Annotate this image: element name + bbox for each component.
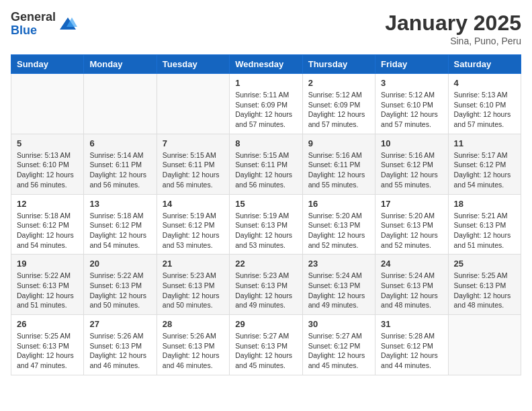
day-info: Sunrise: 5:16 AMSunset: 6:12 PMDaylight:… [381, 150, 442, 190]
day-cell-9: 9Sunrise: 5:16 AMSunset: 6:11 PMDaylight… [302, 134, 375, 194]
day-info: Sunrise: 5:19 AMSunset: 6:13 PMDaylight:… [235, 211, 296, 250]
day-number: 8 [235, 138, 296, 148]
day-number: 18 [454, 199, 515, 209]
day-cell-11: 11Sunrise: 5:17 AMSunset: 6:12 PMDayligh… [448, 134, 521, 194]
day-cell-19: 19Sunrise: 5:22 AMSunset: 6:13 PMDayligh… [11, 255, 84, 315]
day-info: Sunrise: 5:27 AMSunset: 6:13 PMDaylight:… [235, 331, 296, 371]
day-cell-17: 17Sunrise: 5:20 AMSunset: 6:13 PMDayligh… [375, 194, 448, 255]
day-info: Sunrise: 5:15 AMSunset: 6:11 PMDaylight:… [235, 150, 296, 190]
day-number: 30 [308, 319, 369, 329]
week-row-2: 12Sunrise: 5:18 AMSunset: 6:12 PMDayligh… [11, 194, 521, 255]
day-number: 29 [235, 319, 296, 329]
header-monday: Monday [84, 55, 157, 74]
logo-blue-text: Blue [11, 24, 56, 38]
day-number: 3 [381, 78, 442, 88]
week-row-1: 5Sunrise: 5:13 AMSunset: 6:10 PMDaylight… [11, 134, 521, 194]
day-number: 4 [454, 78, 515, 88]
location-subtitle: Sina, Puno, Peru [385, 36, 521, 46]
day-cell-20: 20Sunrise: 5:22 AMSunset: 6:13 PMDayligh… [84, 255, 157, 315]
day-info: Sunrise: 5:20 AMSunset: 6:13 PMDaylight:… [308, 211, 369, 250]
empty-cell [11, 74, 84, 134]
empty-cell [157, 74, 229, 134]
calendar-table: SundayMondayTuesdayWednesdayThursdayFrid… [11, 54, 521, 375]
day-number: 27 [89, 319, 150, 329]
day-info: Sunrise: 5:24 AMSunset: 6:13 PMDaylight:… [308, 271, 369, 310]
day-info: Sunrise: 5:18 AMSunset: 6:12 PMDaylight:… [17, 211, 78, 250]
day-number: 19 [17, 259, 78, 269]
day-cell-22: 22Sunrise: 5:23 AMSunset: 6:13 PMDayligh… [230, 255, 302, 315]
day-number: 31 [381, 319, 442, 329]
day-number: 6 [89, 138, 150, 148]
empty-cell [84, 74, 157, 134]
page-header: General Blue January 2025 Sina, Puno, Pe… [11, 11, 521, 46]
day-cell-1: 1Sunrise: 5:11 AMSunset: 6:09 PMDaylight… [230, 74, 302, 134]
day-number: 9 [308, 138, 369, 148]
day-info: Sunrise: 5:26 AMSunset: 6:13 PMDaylight:… [163, 331, 224, 371]
day-number: 10 [381, 138, 442, 148]
day-cell-14: 14Sunrise: 5:19 AMSunset: 6:12 PMDayligh… [157, 194, 229, 255]
day-info: Sunrise: 5:12 AMSunset: 6:10 PMDaylight:… [381, 90, 442, 130]
day-info: Sunrise: 5:24 AMSunset: 6:13 PMDaylight:… [381, 271, 442, 310]
day-number: 2 [308, 78, 369, 88]
day-number: 12 [17, 199, 78, 209]
day-number: 5 [17, 138, 78, 148]
day-info: Sunrise: 5:22 AMSunset: 6:13 PMDaylight:… [17, 271, 78, 310]
day-cell-27: 27Sunrise: 5:26 AMSunset: 6:13 PMDayligh… [84, 315, 157, 375]
day-info: Sunrise: 5:14 AMSunset: 6:11 PMDaylight:… [89, 150, 150, 190]
logo: General Blue [11, 11, 77, 38]
day-number: 16 [308, 199, 369, 209]
day-cell-30: 30Sunrise: 5:27 AMSunset: 6:12 PMDayligh… [302, 315, 375, 375]
day-number: 13 [89, 199, 150, 209]
day-cell-4: 4Sunrise: 5:13 AMSunset: 6:10 PMDaylight… [448, 74, 521, 134]
header-wednesday: Wednesday [230, 55, 302, 74]
header-sunday: Sunday [11, 55, 84, 74]
day-cell-24: 24Sunrise: 5:24 AMSunset: 6:13 PMDayligh… [375, 255, 448, 315]
day-cell-25: 25Sunrise: 5:25 AMSunset: 6:13 PMDayligh… [448, 255, 521, 315]
day-cell-29: 29Sunrise: 5:27 AMSunset: 6:13 PMDayligh… [230, 315, 302, 375]
header-tuesday: Tuesday [157, 55, 229, 74]
day-cell-16: 16Sunrise: 5:20 AMSunset: 6:13 PMDayligh… [302, 194, 375, 255]
day-number: 1 [235, 78, 296, 88]
day-info: Sunrise: 5:27 AMSunset: 6:12 PMDaylight:… [308, 331, 369, 371]
day-info: Sunrise: 5:23 AMSunset: 6:13 PMDaylight:… [235, 271, 296, 310]
day-cell-12: 12Sunrise: 5:18 AMSunset: 6:12 PMDayligh… [11, 194, 84, 255]
day-cell-28: 28Sunrise: 5:26 AMSunset: 6:13 PMDayligh… [157, 315, 229, 375]
day-cell-18: 18Sunrise: 5:21 AMSunset: 6:13 PMDayligh… [448, 194, 521, 255]
logo-general-text: General [11, 11, 56, 24]
day-cell-2: 2Sunrise: 5:12 AMSunset: 6:09 PMDaylight… [302, 74, 375, 134]
day-number: 21 [163, 259, 224, 269]
day-cell-31: 31Sunrise: 5:28 AMSunset: 6:12 PMDayligh… [375, 315, 448, 375]
header-thursday: Thursday [302, 55, 375, 74]
title-area: January 2025 Sina, Puno, Peru [385, 11, 521, 46]
day-info: Sunrise: 5:26 AMSunset: 6:13 PMDaylight:… [89, 331, 150, 371]
day-info: Sunrise: 5:22 AMSunset: 6:13 PMDaylight:… [89, 271, 150, 310]
day-info: Sunrise: 5:18 AMSunset: 6:12 PMDaylight:… [89, 211, 150, 250]
day-cell-13: 13Sunrise: 5:18 AMSunset: 6:12 PMDayligh… [84, 194, 157, 255]
day-cell-7: 7Sunrise: 5:15 AMSunset: 6:11 PMDaylight… [157, 134, 229, 194]
day-info: Sunrise: 5:20 AMSunset: 6:13 PMDaylight:… [381, 211, 442, 250]
day-cell-21: 21Sunrise: 5:23 AMSunset: 6:13 PMDayligh… [157, 255, 229, 315]
day-cell-8: 8Sunrise: 5:15 AMSunset: 6:11 PMDaylight… [230, 134, 302, 194]
month-title: January 2025 [385, 11, 521, 36]
day-info: Sunrise: 5:16 AMSunset: 6:11 PMDaylight:… [308, 150, 369, 190]
day-info: Sunrise: 5:25 AMSunset: 6:13 PMDaylight:… [17, 331, 78, 371]
day-info: Sunrise: 5:17 AMSunset: 6:12 PMDaylight:… [454, 150, 515, 190]
day-cell-15: 15Sunrise: 5:19 AMSunset: 6:13 PMDayligh… [230, 194, 302, 255]
week-row-4: 26Sunrise: 5:25 AMSunset: 6:13 PMDayligh… [11, 315, 521, 375]
calendar-header-row: SundayMondayTuesdayWednesdayThursdayFrid… [11, 55, 521, 74]
day-cell-23: 23Sunrise: 5:24 AMSunset: 6:13 PMDayligh… [302, 255, 375, 315]
day-cell-26: 26Sunrise: 5:25 AMSunset: 6:13 PMDayligh… [11, 315, 84, 375]
day-number: 23 [308, 259, 369, 269]
day-info: Sunrise: 5:12 AMSunset: 6:09 PMDaylight:… [308, 90, 369, 130]
day-number: 14 [163, 199, 224, 209]
day-info: Sunrise: 5:25 AMSunset: 6:13 PMDaylight:… [454, 271, 515, 310]
logo-icon [58, 15, 77, 34]
empty-cell [448, 315, 521, 375]
day-number: 28 [163, 319, 224, 329]
day-cell-6: 6Sunrise: 5:14 AMSunset: 6:11 PMDaylight… [84, 134, 157, 194]
calendar-body: 1Sunrise: 5:11 AMSunset: 6:09 PMDaylight… [11, 74, 521, 375]
day-info: Sunrise: 5:28 AMSunset: 6:12 PMDaylight:… [381, 331, 442, 371]
day-info: Sunrise: 5:13 AMSunset: 6:10 PMDaylight:… [454, 90, 515, 130]
day-info: Sunrise: 5:11 AMSunset: 6:09 PMDaylight:… [235, 90, 296, 130]
day-number: 26 [17, 319, 78, 329]
